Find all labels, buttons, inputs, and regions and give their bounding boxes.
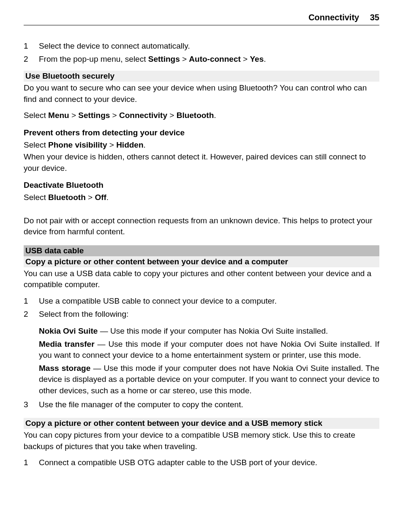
step-number: 3 [24, 399, 39, 411]
menu-path: Off [95, 193, 106, 202]
mode-item: Media transfer — Use this mode if your c… [39, 339, 379, 361]
step-number: 1 [24, 296, 39, 307]
page: Connectivity 35 1 Select the device to c… [0, 0, 403, 491]
list-item: 1 Connect a compatible USB OTG adapter c… [24, 457, 379, 469]
menu-path: Hidden [116, 140, 143, 149]
usb-steps-1: 1 Use a compatible USB cable to connect … [24, 296, 379, 320]
page-number: 35 [370, 13, 379, 22]
menu-path: Settings [78, 111, 110, 120]
menu-path: Bluetooth [48, 193, 86, 202]
mode-desc: — Use this mode if your computer has Nok… [98, 326, 328, 335]
paragraph: You can copy pictures from your device t… [24, 430, 379, 452]
mode-name: Media transfer [39, 340, 95, 348]
subheading-copy-computer: Copy a picture or other content between … [24, 256, 379, 267]
step-text: Use a compatible USB cable to connect yo… [39, 296, 379, 307]
mode-item: Nokia Ovi Suite — Use this mode if your … [39, 326, 379, 337]
menu-path: Connectivity [119, 111, 167, 120]
auto-connect-steps: 1 Select the device to connect automatic… [24, 41, 379, 65]
menu-path: Yes [250, 55, 264, 63]
usb-modes: Nokia Ovi Suite — Use this mode if your … [39, 326, 379, 397]
section-heading-usb: USB data cable [24, 245, 379, 256]
paragraph: You can use a USB data cable to copy you… [24, 268, 379, 291]
step-text: From the pop-up menu, select Settings > … [39, 54, 379, 65]
list-item: 3 Use the file manager of the computer t… [24, 399, 379, 411]
list-item: 1 Use a compatible USB cable to connect … [24, 296, 379, 307]
menu-path: Menu [48, 111, 69, 120]
mode-name: Nokia Ovi Suite [39, 326, 98, 335]
step-number: 1 [24, 457, 39, 469]
subheading-copy-usb-stick: Copy a picture or other content between … [24, 418, 379, 429]
menu-path: Phone visibility [48, 140, 107, 149]
page-header: Connectivity 35 [24, 13, 379, 25]
paragraph: Select Phone visibility > Hidden. [24, 140, 379, 151]
menu-path: Auto-connect [189, 55, 240, 63]
paragraph: Select Menu > Settings > Connectivity > … [24, 110, 379, 121]
step-number: 1 [24, 41, 39, 52]
section-title: Connectivity [308, 13, 359, 22]
list-item: 1 Select the device to connect automatic… [24, 41, 379, 52]
subheading-deactivate-bluetooth: Deactivate Bluetooth [24, 180, 379, 191]
usb-stick-steps: 1 Connect a compatible USB OTG adapter c… [24, 457, 379, 469]
menu-path: Settings [148, 55, 180, 63]
mode-name: Mass storage [39, 364, 90, 373]
section-heading-bluetooth-secure: Use Bluetooth securely [24, 71, 379, 82]
step-text: Select the device to connect automatical… [39, 41, 379, 52]
paragraph: When your device is hidden, others canno… [24, 151, 379, 174]
step-text: Use the file manager of the computer to … [39, 399, 379, 411]
list-item: 2 Select from the following: [24, 309, 379, 320]
paragraph: Do you want to secure who can see your d… [24, 82, 379, 105]
subheading-prevent-detect: Prevent others from detecting your devic… [24, 127, 379, 139]
step-number: 2 [24, 54, 39, 65]
list-item: 2 From the pop-up menu, select Settings … [24, 54, 379, 65]
step-text: Select from the following: [39, 309, 379, 320]
mode-item: Mass storage — Use this mode if your com… [39, 363, 379, 397]
step-text: Connect a compatible USB OTG adapter cab… [39, 457, 379, 469]
usb-step-3: 3 Use the file manager of the computer t… [24, 399, 379, 411]
menu-path: Bluetooth [177, 111, 214, 120]
warning-paragraph: Do not pair with or accept connection re… [24, 215, 379, 238]
paragraph: Select Bluetooth > Off. [24, 192, 379, 203]
step-number: 2 [24, 309, 39, 320]
